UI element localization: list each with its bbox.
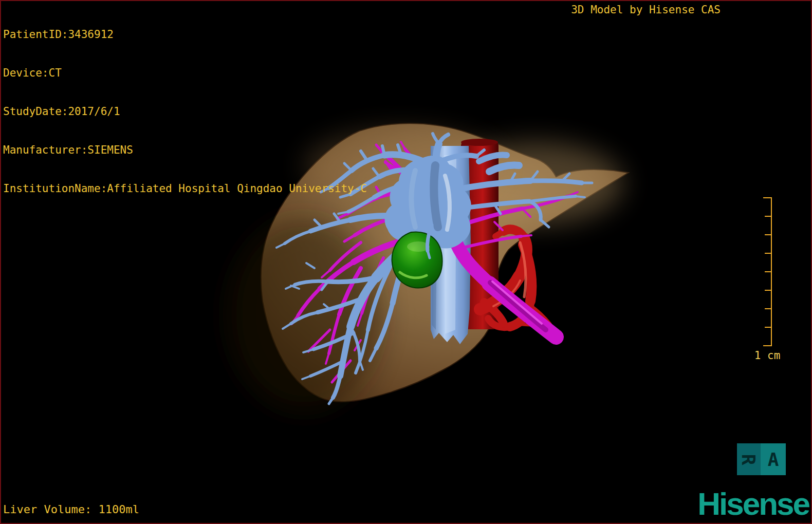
orientation-face-anterior[interactable]: A [761,443,786,475]
manufacturer: Manufacturer:SIEMENS [3,144,367,157]
orientation-face-right[interactable]: R [737,443,761,475]
scale-tick [763,345,772,346]
watermark-title: 3D Model by Hisense CAS [571,4,721,16]
scale-tick [765,290,772,291]
orientation-letter-anterior: A [768,449,779,470]
study-date: StudyDate:2017/6/1 [3,105,367,118]
scale-bar-label: 1 cm [747,349,788,362]
patient-id: PatientID:3436912 [3,28,367,41]
application-window: PatientID:3436912 Device:CT StudyDate:20… [0,0,812,524]
scale-tick [765,327,772,328]
orientation-cube[interactable]: R A [737,443,786,475]
liver-volume-label: Liver Volume: 1100ml [3,503,139,516]
gallbladder-mesh [392,232,442,288]
scale-tick [763,197,772,198]
scale-tick [765,253,772,254]
orientation-letter-right: R [739,454,760,465]
device: Device:CT [3,67,367,80]
scale-tick [765,271,772,272]
scale-tick [765,216,772,217]
scale-tick [765,308,772,309]
scale-tick [765,234,772,235]
patient-info-block: PatientID:3436912 Device:CT StudyDate:20… [3,3,367,221]
institution-name: InstitutionName:Affiliated Hospital Qing… [3,182,367,195]
scale-bar: 1 cm [763,197,794,362]
hisense-logo: Hisense [697,488,809,520]
